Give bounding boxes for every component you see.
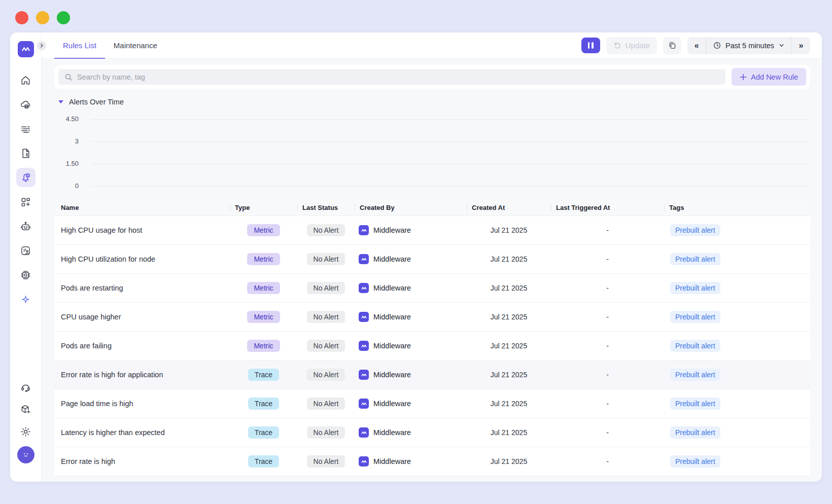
sidebar-item-reports[interactable]	[16, 143, 36, 163]
status-badge: No Alert	[307, 426, 345, 439]
column-header-type[interactable]: Type	[230, 204, 297, 211]
sidebar-item-home[interactable]	[16, 70, 36, 90]
prebuilt-alert-tag[interactable]: Prebuilt alert	[670, 426, 720, 439]
rule-name: Pods are failing	[54, 342, 230, 350]
prebuilt-alert-tag[interactable]: Prebuilt alert	[670, 311, 720, 323]
robot-icon	[20, 221, 31, 232]
prebuilt-alert-tag[interactable]: Prebuilt alert	[670, 340, 720, 352]
close-window-button[interactable]	[15, 11, 28, 24]
home-icon	[20, 75, 31, 86]
pause-refresh-button[interactable]	[581, 38, 600, 53]
time-range-back-button[interactable]: «	[687, 37, 706, 54]
created-at: Jul 21 2025	[467, 428, 551, 437]
cloud-database-icon	[20, 99, 31, 111]
double-chevron-right-icon: »	[799, 41, 804, 50]
search-input[interactable]	[77, 73, 719, 81]
chart-gridline: 3	[54, 141, 810, 142]
table-row[interactable]: Error rate is high for application Trace…	[54, 361, 810, 389]
last-triggered-at: -	[551, 428, 664, 437]
prebuilt-alert-tag[interactable]: Prebuilt alert	[670, 282, 720, 294]
column-header-last-triggered-at[interactable]: Last Triggered At	[551, 204, 664, 211]
column-header-created-by[interactable]: Created By	[355, 204, 467, 211]
created-by-name: Middleware	[373, 313, 411, 321]
sidebar-item-logs[interactable]	[16, 119, 36, 138]
rule-name: Error rate is high	[54, 457, 230, 465]
y-axis-tick: 3	[54, 137, 79, 145]
middleware-logo[interactable]	[18, 41, 34, 57]
minimize-window-button[interactable]	[36, 11, 49, 24]
rule-name: Error rate is high for application	[54, 371, 230, 379]
add-new-rule-button[interactable]: Add New Rule	[732, 68, 806, 86]
column-header-name[interactable]: Name	[54, 204, 230, 211]
status-badge: No Alert	[307, 282, 345, 294]
table-header: Name Type Last Status Created By Created…	[54, 199, 810, 216]
refresh-icon	[613, 42, 621, 50]
alerts-over-time-header[interactable]: Alerts Over Time	[58, 98, 810, 106]
alert-bell-icon	[20, 172, 31, 184]
sidebar-expand-button[interactable]	[37, 41, 46, 50]
table-row[interactable]: Latency is higher than expected Trace No…	[54, 418, 810, 447]
type-badge: Metric	[247, 340, 280, 352]
sidebar-item-synthetics[interactable]	[16, 217, 36, 236]
type-badge: Metric	[247, 282, 280, 294]
update-button[interactable]: Update	[606, 37, 657, 54]
smiley-face-icon	[21, 450, 31, 460]
plus-icon	[740, 74, 747, 81]
last-triggered-at: -	[551, 400, 664, 408]
sidebar-item-settings[interactable]	[16, 422, 36, 441]
ai-sparkle-icon	[20, 294, 31, 305]
table-row[interactable]: CPU usage higher Metric No Alert Middlew…	[54, 303, 810, 332]
table-row[interactable]: High CPU usage for host Metric No Alert …	[54, 216, 810, 245]
rule-name: Latency is higher than expected	[54, 428, 230, 437]
tab-maintenance[interactable]: Maintenance	[105, 32, 166, 58]
sidebar-item-integrations[interactable]	[16, 400, 36, 419]
sidebar-item-alerts[interactable]	[16, 168, 36, 187]
prebuilt-alert-tag[interactable]: Prebuilt alert	[670, 253, 720, 265]
table-row[interactable]: Pods are restarting Metric No Alert Midd…	[54, 274, 810, 303]
created-by-name: Middleware	[373, 371, 411, 379]
sidebar-item-processes[interactable]	[16, 265, 36, 284]
prebuilt-alert-tag[interactable]: Prebuilt alert	[670, 398, 720, 410]
chart-gridline: 0	[54, 186, 810, 187]
prebuilt-alert-tag[interactable]: Prebuilt alert	[670, 224, 720, 236]
user-avatar[interactable]	[17, 446, 34, 463]
double-chevron-left-icon: «	[695, 41, 699, 50]
copy-button[interactable]	[663, 37, 681, 54]
sidebar-item-ai-assistant[interactable]	[16, 290, 36, 309]
created-by-name: Middleware	[373, 400, 411, 408]
time-range-selector[interactable]: Past 5 minutes	[706, 37, 792, 54]
column-header-last-status[interactable]: Last Status	[297, 204, 355, 211]
table-row[interactable]: Page load time is high Trace No Alert Mi…	[54, 389, 810, 418]
column-header-created-at[interactable]: Created At	[467, 204, 551, 211]
column-header-tags[interactable]: Tags	[664, 204, 810, 211]
middleware-avatar-icon	[359, 283, 369, 293]
chevron-right-icon	[39, 43, 44, 48]
tab-rules-list[interactable]: Rules List	[54, 32, 105, 58]
sidebar-item-infrastructure[interactable]	[16, 95, 36, 114]
middleware-logo-icon	[21, 44, 31, 54]
status-badge: No Alert	[307, 224, 345, 236]
rule-name: High CPU usage for host	[54, 226, 230, 234]
type-badge: Trace	[248, 455, 279, 467]
prebuilt-alert-tag[interactable]: Prebuilt alert	[670, 455, 720, 467]
top-bar: Rules List Maintenance Update	[42, 32, 822, 59]
zoom-window-button[interactable]	[57, 11, 70, 24]
collapse-triangle-icon	[58, 100, 63, 103]
pause-icon	[588, 42, 590, 49]
created-at: Jul 21 2025	[467, 313, 551, 321]
last-triggered-at: -	[551, 226, 664, 234]
chart-gridline: 4.50	[54, 119, 810, 120]
package-add-icon	[20, 404, 31, 415]
alerts-over-time-title: Alerts Over Time	[69, 98, 124, 106]
table-row[interactable]: High CPU utilization for node Metric No …	[54, 245, 810, 274]
sidebar-item-support[interactable]	[16, 377, 36, 397]
time-range-forward-button[interactable]: »	[792, 37, 810, 54]
sidebar-item-dashboards[interactable]	[16, 192, 36, 211]
table-row[interactable]: Error rate is high Trace No Alert Middle…	[54, 447, 810, 476]
status-badge: No Alert	[307, 369, 345, 381]
headset-icon	[20, 381, 31, 393]
search-box[interactable]	[58, 69, 725, 85]
table-row[interactable]: Pods are failing Metric No Alert Middlew…	[54, 332, 810, 361]
sidebar-item-rum[interactable]	[16, 241, 36, 260]
prebuilt-alert-tag[interactable]: Prebuilt alert	[670, 369, 720, 381]
